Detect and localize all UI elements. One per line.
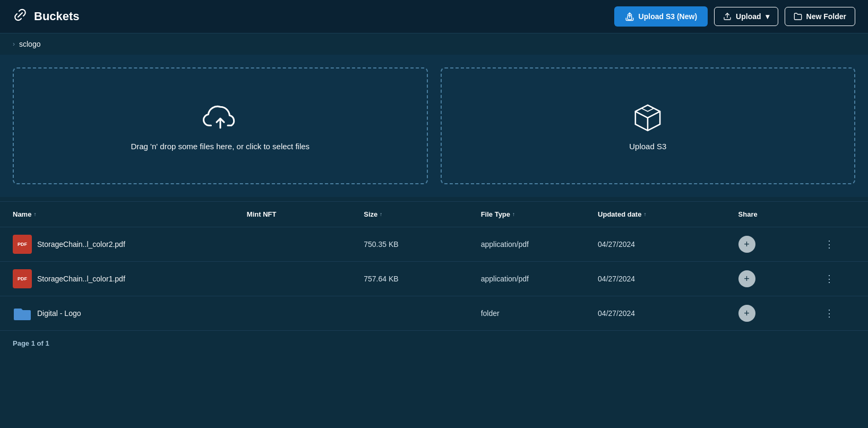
file-name-cell: PDF StorageChain..l_color1.pdf	[13, 269, 247, 288]
file-drop-zone[interactable]: Drag 'n' drop some files here, or click …	[13, 67, 428, 184]
drop-zone-text: Drag 'n' drop some files here, or click …	[131, 142, 310, 151]
table-section: Name ↑ Mint NFT Size ↑ File Type ↑ Updat…	[0, 201, 868, 356]
pagination-label: Page 1 of 1	[13, 339, 49, 347]
share-cell: +	[738, 236, 820, 253]
upload-section: Drag 'n' drop some files here, or click …	[0, 55, 868, 197]
upload-s3-label: Upload S3	[629, 142, 666, 151]
sort-size-icon: ↑	[380, 211, 382, 217]
share-cell: +	[738, 305, 820, 322]
col-name: Name ↑	[13, 210, 247, 218]
table-row: PDF StorageChain..l_color1.pdf 757.64 KB…	[0, 262, 868, 296]
share-button[interactable]: +	[738, 270, 755, 287]
more-cell: ⋮	[820, 271, 855, 287]
box-3d-icon	[632, 101, 664, 133]
upload-s3-zone[interactable]: Upload S3	[441, 67, 856, 184]
file-type-cell: application/pdf	[481, 275, 598, 283]
col-file-type: File Type ↑	[481, 210, 598, 218]
more-options-button[interactable]: ⋮	[820, 271, 838, 287]
table-row: PDF StorageChain..l_color2.pdf 750.35 KB…	[0, 227, 868, 262]
share-button[interactable]: +	[738, 236, 755, 253]
sort-name-icon: ↑	[33, 211, 36, 217]
breadcrumb: › sclogo	[0, 33, 868, 55]
more-options-button[interactable]: ⋮	[820, 236, 838, 252]
file-type-cell: folder	[481, 309, 598, 318]
cloud-upload-icon	[202, 101, 239, 133]
more-cell: ⋮	[820, 236, 855, 252]
col-share: Share	[738, 210, 820, 218]
file-name: StorageChain..l_color2.pdf	[37, 240, 125, 249]
col-actions	[820, 210, 855, 218]
col-updated-date: Updated date ↑	[598, 210, 738, 218]
buckets-icon	[13, 7, 28, 25]
updated-date-cell: 04/27/2024	[598, 275, 738, 283]
file-name-cell: PDF StorageChain..l_color2.pdf	[13, 235, 247, 254]
file-type-cell: application/pdf	[481, 240, 598, 249]
breadcrumb-chevron-icon: ›	[13, 40, 15, 48]
folder-icon	[13, 304, 32, 323]
header-right: Upload S3 (New) Upload ▾ New Folder	[614, 6, 855, 27]
upload-icon	[723, 12, 732, 21]
share-cell: +	[738, 270, 820, 287]
upload-button[interactable]: Upload ▾	[714, 7, 778, 26]
pdf-icon: PDF	[13, 235, 32, 254]
file-name: Digital - Logo	[37, 309, 81, 318]
more-cell: ⋮	[820, 305, 855, 321]
breadcrumb-label: sclogo	[19, 40, 40, 48]
updated-date-cell: 04/27/2024	[598, 309, 738, 318]
upload-s3-new-button[interactable]: Upload S3 (New)	[614, 6, 708, 27]
col-mint-nft: Mint NFT	[247, 210, 364, 218]
col-size: Size ↑	[364, 210, 480, 218]
table-header: Name ↑ Mint NFT Size ↑ File Type ↑ Updat…	[0, 201, 868, 227]
sort-date-icon: ↑	[643, 211, 646, 217]
share-button[interactable]: +	[738, 305, 755, 322]
updated-date-cell: 04/27/2024	[598, 240, 738, 249]
file-name: StorageChain..l_color1.pdf	[37, 275, 125, 283]
size-cell: 757.64 KB	[364, 275, 480, 283]
file-name-cell: Digital - Logo	[13, 304, 247, 323]
pagination: Page 1 of 1	[0, 331, 868, 356]
folder-icon	[794, 12, 802, 21]
page-title: Buckets	[34, 10, 80, 23]
header-left: Buckets	[13, 7, 80, 25]
header: Buckets Upload S3 (New) Upload ▾	[0, 0, 868, 33]
new-folder-button[interactable]: New Folder	[785, 7, 855, 26]
pdf-icon: PDF	[13, 269, 32, 288]
upload-chevron-icon: ▾	[766, 12, 769, 21]
size-cell: 750.35 KB	[364, 240, 480, 249]
more-options-button[interactable]: ⋮	[820, 305, 838, 321]
sort-filetype-icon: ↑	[512, 211, 515, 217]
upload-s3-new-icon	[625, 12, 634, 21]
table-row: Digital - Logo folder 04/27/2024 + ⋮	[0, 296, 868, 331]
